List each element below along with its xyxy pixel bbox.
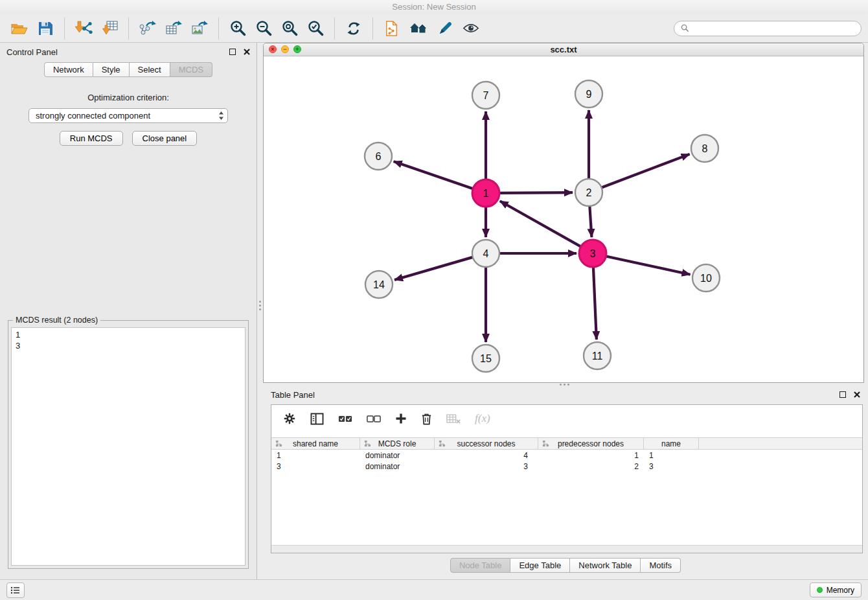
cell-shared-name[interactable]: 3 [271,462,360,471]
tab-motifs[interactable]: Motifs [641,558,681,573]
network-view[interactable]: 7968124314101511 [264,56,863,383]
cell-mcds-role[interactable]: dominator [360,451,435,460]
tab-style[interactable]: Style [93,62,130,77]
graph-edge[interactable] [602,154,690,188]
network-window-titlebar[interactable]: × − + scc.txt [264,43,863,56]
graph-node[interactable]: 10 [692,264,720,292]
table-row[interactable]: 1 dominator 4 1 1 [271,450,862,461]
column-panel-button[interactable] [310,413,324,425]
control-panel-tabs: Network Style Select MCDS [0,62,257,77]
table-settings-button[interactable] [283,412,296,425]
export-table-button[interactable] [163,17,185,40]
share-document-button[interactable] [381,17,403,40]
table-horizontal-scrollbar[interactable] [271,545,862,553]
optimization-criterion-select[interactable]: strongly connected component [29,108,228,123]
tab-select[interactable]: Select [130,62,170,77]
graph-node[interactable]: 9 [575,80,602,108]
tab-edge-table[interactable]: Edge Table [510,558,570,573]
tab-network[interactable]: Network [44,62,93,77]
graph-edge[interactable] [500,201,581,246]
export-image-icon [191,20,209,36]
cell-predecessor-nodes[interactable]: 2 [538,462,644,471]
float-panel-icon[interactable] [229,49,236,55]
column-label: MCDS role [378,439,417,448]
tab-node-table[interactable]: Node Table [450,558,511,573]
cell-successor-nodes[interactable]: 3 [435,462,538,471]
graph-edge[interactable] [606,256,691,274]
graph-node[interactable]: 7 [472,82,499,109]
select-all-columns-button[interactable] [338,415,352,423]
traffic-light-close[interactable]: × [269,45,277,53]
graph-node[interactable]: 11 [584,342,611,369]
graph-edge[interactable] [499,192,573,193]
zoom-fit-button[interactable] [279,17,301,40]
graph-node-label: 7 [483,90,489,101]
zoom-selected-icon [307,19,325,37]
cell-name[interactable]: 3 [644,462,699,471]
graph-edge[interactable] [589,206,591,237]
cell-shared-name[interactable]: 1 [271,451,360,460]
column-header-successor-nodes[interactable]: successor nodes [435,438,538,449]
close-panel-button[interactable]: Close panel [132,131,198,146]
delete-table-button[interactable] [446,414,461,424]
cell-mcds-role[interactable]: dominator [360,462,435,471]
unselect-all-columns-button[interactable] [367,415,381,423]
add-column-button[interactable] [395,413,407,424]
memory-button[interactable]: Memory [810,583,862,597]
cell-name[interactable]: 1 [644,451,699,460]
graph-node[interactable]: 14 [365,271,393,298]
run-mcds-button[interactable]: Run MCDS [60,131,123,146]
task-history-button[interactable] [6,583,25,598]
mcds-result-list[interactable]: 1 3 [11,327,246,566]
vertical-splitter[interactable] [257,43,263,579]
column-header-name[interactable]: name [644,438,699,449]
traffic-light-minimize[interactable]: − [281,45,289,53]
tab-network-table[interactable]: Network Table [570,558,641,573]
visibility-button[interactable] [460,17,482,40]
unchecked-boxes-icon [367,415,381,423]
close-table-panel-icon[interactable] [854,391,860,398]
close-panel-icon[interactable] [244,49,250,55]
graph-node[interactable]: 15 [472,345,499,372]
home-views-button[interactable] [407,17,430,40]
import-network-button[interactable] [73,17,95,40]
dropdown-stepper-icon [218,111,224,121]
graph-edge[interactable] [394,161,473,189]
graph-node-label: 14 [373,279,385,290]
export-image-button[interactable] [188,17,211,40]
search-input[interactable] [693,23,854,33]
save-session-button[interactable] [34,17,56,40]
graph-node[interactable]: 6 [365,143,392,170]
graph-node[interactable]: 4 [472,240,499,267]
refresh-view-button[interactable] [343,17,365,40]
graph-node[interactable]: 2 [575,179,602,206]
graph-node[interactable]: 3 [579,240,606,267]
zoom-out-button[interactable] [253,17,275,40]
zoom-in-button[interactable] [227,17,249,40]
refresh-view-icon [345,20,362,37]
column-header-predecessor-nodes[interactable]: predecessor nodes [538,438,644,449]
function-builder-button[interactable]: f(x) [475,412,490,425]
table-row[interactable]: 3 dominator 3 2 3 [271,461,862,472]
cell-predecessor-nodes[interactable]: 1 [538,451,644,460]
save-session-icon [38,21,52,36]
graph-node[interactable]: 1 [472,179,499,207]
export-network-button[interactable] [137,17,159,40]
graph-edge[interactable] [593,267,597,340]
tab-mcds[interactable]: MCDS [170,62,212,77]
column-header-shared-name[interactable]: shared name [271,438,360,449]
import-table-button[interactable] [98,17,120,40]
float-table-panel-icon[interactable] [839,391,846,398]
zoom-selected-button[interactable] [304,17,326,40]
search-box[interactable] [674,21,862,36]
delete-column-button[interactable] [421,413,432,425]
open-file-button[interactable] [8,17,30,40]
column-type-icon [275,440,282,447]
column-header-mcds-role[interactable]: MCDS role [360,438,435,449]
cell-successor-nodes[interactable]: 4 [435,451,538,460]
graph-node[interactable]: 8 [691,135,718,162]
graph-edge[interactable] [394,257,473,280]
paint-style-button[interactable] [434,17,456,40]
main-toolbar [0,14,868,43]
traffic-light-zoom[interactable]: + [293,45,301,53]
